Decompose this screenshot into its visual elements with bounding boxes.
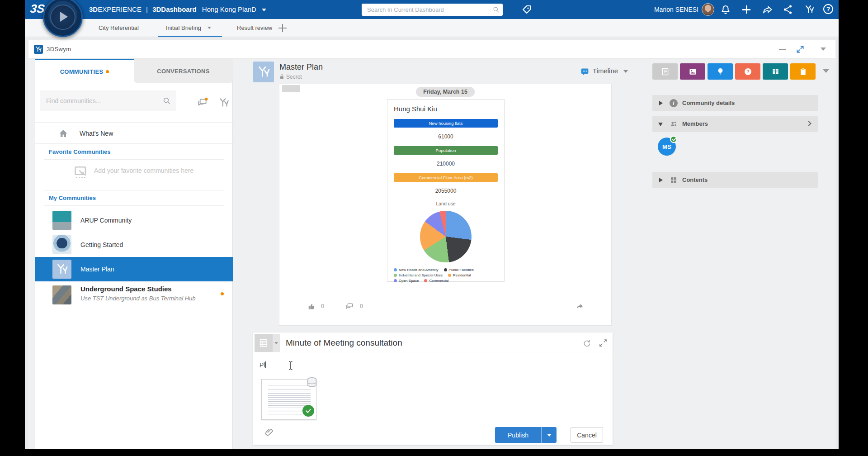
expanded-arrow-icon[interactable] [658,123,663,126]
wiki-icon [771,67,780,76]
like-count[interactable]: 0 [321,303,324,309]
database-icon [305,376,319,390]
minimize-icon[interactable] [779,49,786,50]
help-icon[interactable] [823,4,833,14]
community-list-item-underground[interactable]: Underground Space Studies Use TST Underg… [35,281,233,309]
favorites-empty-text: Add your favorite communities here [94,166,216,175]
attach-file-icon[interactable] [264,428,274,437]
legend-label: Open Space [399,279,419,283]
add-tab-icon[interactable] [278,24,287,33]
community-list-item-master-plan[interactable]: Master Plan [35,257,233,281]
survey-icon [798,67,808,76]
post-filter-button[interactable] [652,63,678,80]
section-label: Community details [682,95,735,111]
comment-icon[interactable] [345,302,354,311]
check-badge-icon [302,405,314,417]
community-name: ARUP Community [80,208,132,233]
post-type-dropdown[interactable] [273,334,280,352]
kpi-value: 2055000 [394,188,498,194]
question-icon: ? [743,67,753,76]
tab-communities[interactable]: COMMUNITIES [35,59,134,83]
section-members[interactable]: Members [652,116,818,132]
post-type-icon[interactable] [255,334,273,352]
dashboard-tab-bar: City Referential Initial Briefing Result… [25,19,839,37]
active-tab-underline [158,36,222,37]
idea-filter-button[interactable] [708,63,733,80]
toolbar-more-icon[interactable] [823,69,829,73]
community-name: Getting Started [80,233,123,257]
survey-filter-button[interactable] [790,63,816,80]
section-contents[interactable]: Contents [652,172,818,188]
divider [44,190,224,190]
legend-dot [394,274,397,277]
share-post-icon[interactable] [576,302,584,311]
legend-dot [448,274,451,277]
chart-title: Hung Shui Kiu [394,105,498,113]
legend-item: Public Facilities [444,268,474,272]
member-avatar[interactable]: MS [658,138,676,156]
whats-new-item[interactable]: What's New [35,122,233,144]
refresh-icon[interactable] [582,338,591,347]
publish-options-button[interactable] [541,427,557,443]
kpi-banner: Commercial Floor Area (m2) [394,173,498,182]
text-caret [265,361,266,368]
swym-icon[interactable] [218,97,230,109]
user-avatar[interactable] [702,3,714,16]
swym-icon[interactable] [804,4,815,15]
tag-icon[interactable] [521,4,532,15]
tab-initial-briefing[interactable]: Initial Briefing [166,19,201,37]
attachment-thumbnail[interactable] [261,379,316,420]
timeline-post: Friday, March 15 Hung Shui Kiu New housi… [279,84,612,326]
wiki-filter-button[interactable] [763,63,788,80]
chevron-down-icon[interactable] [262,9,266,11]
comment-count[interactable]: 0 [360,303,363,309]
tab-result-review[interactable]: Result review [237,19,272,37]
user-name[interactable]: Marion SENESI [654,0,698,19]
legend-label: Commercial [429,279,448,283]
question-filter-button[interactable]: ? [735,63,760,80]
brand-experience: EXPERIENCE [98,5,142,13]
publish-button[interactable]: Publish [495,427,541,443]
expand-window-icon[interactable] [796,45,805,54]
search-icon[interactable] [493,6,500,13]
whats-new-label: What's New [80,123,113,144]
chevron-down-icon[interactable] [208,27,211,29]
ibeam-cursor [288,361,294,370]
content-type-toolbar: ? [652,63,816,80]
kpi-banner: Population [394,146,498,155]
notifications-bell-icon[interactable] [720,4,731,15]
tab-city-referential[interactable]: City Referential [99,19,139,37]
find-communities-input[interactable] [40,90,176,111]
media-icon [688,67,698,76]
dashboard-name[interactable]: Hong Kong PlanD [202,5,256,13]
like-icon[interactable] [307,302,316,311]
new-conversation-icon[interactable] [196,97,208,109]
cancel-button[interactable]: Cancel [571,427,603,443]
topbar-search[interactable] [362,4,503,16]
community-subtitle: Use TST Underground as Bus Terminal Hub [80,295,196,302]
community-list-item-arup[interactable]: ARUP Community [35,208,233,233]
collapsed-arrow-icon[interactable] [659,101,663,105]
community-list-item-getting-started[interactable]: Getting Started [35,233,233,257]
chevron-down-icon[interactable] [821,48,826,51]
post-chart-card[interactable]: Hung Shui Kiu New housing flats61000Popu… [387,99,505,282]
tab-conversations[interactable]: CONVERSATIONS [134,59,233,83]
composer-text[interactable]: Pl [259,361,266,369]
community-avatar [253,62,274,82]
dashboard-search-input[interactable] [362,4,503,16]
legend-label: Industrial and Special Uses [399,273,443,277]
section-community-details[interactable]: Community details [652,95,818,111]
share-forward-icon[interactable] [762,4,773,15]
screen: 3S 3DEXPERIENCE | 3DDashboard Hong Kong … [0,0,868,456]
collapsed-arrow-icon[interactable] [659,178,663,182]
composer-title[interactable]: Minute of Meeting consultation [286,332,402,353]
chevron-right-icon[interactable] [806,121,811,126]
share-network-icon[interactable] [783,4,793,15]
legend-dot [424,279,427,282]
timeline-icon [580,67,590,76]
search-icon[interactable] [163,97,171,105]
composer-header: Minute of Meeting consultation [253,332,613,353]
expand-composer-icon[interactable] [599,338,608,347]
communities-search[interactable] [40,90,176,111]
media-filter-button[interactable] [680,63,705,80]
